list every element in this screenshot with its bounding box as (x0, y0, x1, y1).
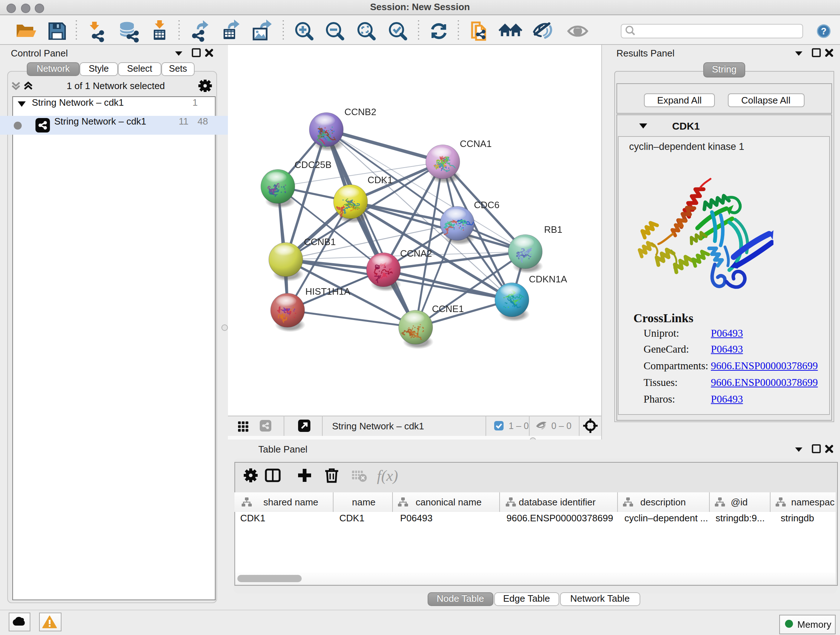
svg-text:f(x): f(x) (377, 467, 398, 485)
svg-text:?: ? (821, 26, 826, 36)
svg-text:RB1: RB1 (544, 224, 562, 234)
svg-text:CCNA1: CCNA1 (460, 138, 492, 149)
svg-text:CCNA2: CCNA2 (400, 248, 432, 258)
svg-text:CDC6: CDC6 (474, 199, 500, 210)
svg-text:HIST1H1A: HIST1H1A (305, 286, 351, 296)
svg-text:CCNB2: CCNB2 (344, 106, 376, 117)
svg-text:1 – 0: 1 – 0 (508, 421, 529, 431)
svg-text:CCNE1: CCNE1 (432, 303, 464, 314)
svg-text:0 – 0: 0 – 0 (551, 421, 572, 431)
svg-text:CDC25B: CDC25B (294, 159, 332, 170)
svg-text:CDK1: CDK1 (368, 174, 393, 185)
svg-text:CCNB1: CCNB1 (304, 236, 336, 247)
svg-text:CDKN1A: CDKN1A (529, 273, 567, 284)
